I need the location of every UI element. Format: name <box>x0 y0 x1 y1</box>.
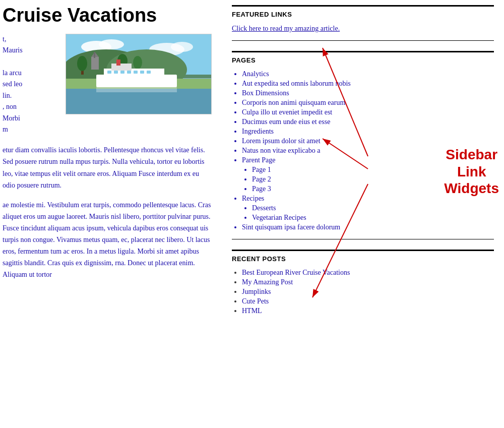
featured-link[interactable]: Click here to read my amazing article. <box>232 25 340 32</box>
list-item: Aut expedita sed omnis laborum nobis <box>242 80 494 88</box>
sub-list: Page 1 Page 2 Page 3 <box>242 166 494 193</box>
svg-rect-25 <box>127 71 131 74</box>
article-top: t, Mauris la arcu sed leo lin. , non Mor… <box>3 34 212 136</box>
pages-list: Analytics Aut expedita sed omnis laborum… <box>232 70 494 231</box>
list-item: Natus non vitae explicabo a <box>242 147 494 155</box>
list-item: Vegetarian Recipes <box>252 214 494 222</box>
svg-point-11 <box>77 56 87 71</box>
list-item: Ducimus eum unde eius et esse <box>242 118 494 126</box>
list-item: Sint quisquam ipsa facere dolorum <box>242 223 494 231</box>
list-item: Page 2 <box>252 175 494 184</box>
svg-point-2 <box>99 39 124 49</box>
list-item: Cute Pets <box>242 297 494 305</box>
article-para-1: etur diam convallis iaculis lobortis. Pe… <box>3 144 212 191</box>
list-item: Lorem ipsum dolor sit amet <box>242 137 494 145</box>
svg-rect-22 <box>107 71 111 74</box>
svg-rect-26 <box>134 71 138 74</box>
featured-links-widget: FEATURED LINKS Click here to read my ama… <box>232 5 494 41</box>
list-item: My Amazing Post <box>242 278 494 286</box>
svg-rect-24 <box>120 71 124 74</box>
sidebar: FEATURED LINKS Click here to read my ama… <box>222 0 504 428</box>
svg-rect-27 <box>140 71 144 74</box>
list-item: Recipes Desserts Vegetarian Recipes <box>242 195 494 222</box>
article-image <box>66 34 212 114</box>
list-item: Culpa illo ut eveniet impedit est <box>242 108 494 116</box>
list-item: Desserts <box>252 204 494 212</box>
page-title: Cruise Vacations <box>3 5 212 26</box>
list-item: Analytics <box>242 70 494 78</box>
list-item: Corporis non animi quisquam earum <box>242 99 494 107</box>
svg-rect-29 <box>116 59 120 66</box>
list-item: Jumplinks <box>242 288 494 296</box>
svg-rect-23 <box>114 71 118 74</box>
recent-posts-list: Best European River Cruise Vacations My … <box>232 269 494 315</box>
main-content: Cruise Vacations t, Mauris la arcu sed l… <box>0 0 222 428</box>
list-item: Page 3 <box>252 185 494 193</box>
article-intro-text: t, Mauris la arcu sed leo lin. , non Mor… <box>3 34 60 136</box>
featured-links-divider <box>232 40 494 41</box>
pages-widget: PAGES Analytics Aut expedita sed omnis l… <box>232 51 494 239</box>
list-item: Parent Page Page 1 Page 2 Page 3 <box>242 156 494 193</box>
svg-rect-28 <box>147 71 151 74</box>
featured-links-title: FEATURED LINKS <box>232 5 494 18</box>
svg-rect-9 <box>94 52 95 58</box>
pages-title: PAGES <box>232 51 494 64</box>
sub-list: Desserts Vegetarian Recipes <box>242 204 494 222</box>
pages-divider <box>232 239 494 239</box>
article-para-2: ae molestie mi. Vestibulum erat turpis, … <box>3 199 212 281</box>
svg-rect-21 <box>111 64 132 71</box>
recent-posts-title: RECENT POSTS <box>232 250 494 263</box>
list-item: Box Dimensions <box>242 89 494 97</box>
list-item: Page 1 <box>252 166 494 174</box>
svg-rect-7 <box>91 57 99 70</box>
list-item: Best European River Cruise Vacations <box>242 269 494 277</box>
svg-point-4 <box>171 42 193 52</box>
article-body: t, Mauris la arcu sed leo lin. , non Mor… <box>3 34 212 281</box>
list-item: HTML <box>242 307 494 315</box>
svg-rect-30 <box>96 87 177 92</box>
recent-posts-widget: RECENT POSTS Best European River Cruise … <box>232 250 494 315</box>
list-item: Ingredients <box>242 128 494 136</box>
svg-point-15 <box>133 56 142 69</box>
